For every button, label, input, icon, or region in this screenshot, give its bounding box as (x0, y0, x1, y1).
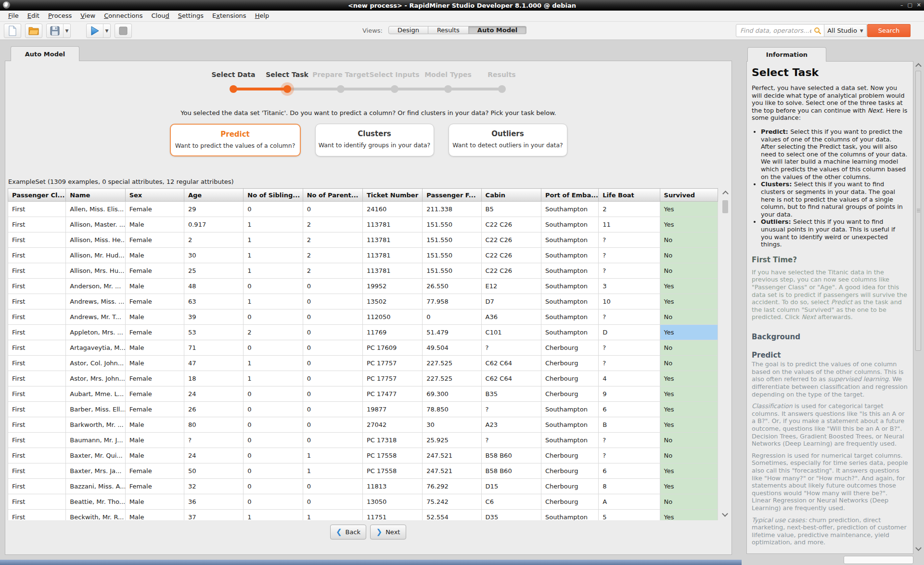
table-cell[interactable]: 3 (599, 279, 660, 294)
table-cell[interactable]: Southampton (541, 294, 598, 309)
table-cell[interactable]: PC 17558 (362, 463, 422, 479)
table-cell[interactable]: Allen, Miss. Elis... (66, 202, 125, 217)
table-cell[interactable]: A36 (481, 309, 541, 325)
table-cell[interactable]: 11769 (362, 325, 422, 340)
table-cell[interactable]: Allison, Miss. He... (66, 232, 125, 248)
scroll-up-icon[interactable] (722, 191, 729, 197)
table-cell[interactable]: 1 (303, 448, 362, 463)
table-cell[interactable]: 26 (184, 402, 243, 417)
table-cell[interactable]: 48 (184, 279, 243, 294)
table-cell[interactable]: A23 (481, 417, 541, 433)
menu-connections[interactable]: Connections (100, 11, 147, 21)
table-cell[interactable]: Female (125, 371, 184, 386)
column-header[interactable]: Life Boat (599, 189, 660, 202)
table-cell[interactable]: 5 (599, 510, 660, 521)
info-scrollbar-thumb[interactable] (915, 71, 921, 351)
table-cell[interactable]: ? (599, 263, 660, 279)
table-cell[interactable]: First (8, 279, 66, 294)
table-cell[interactable]: 24 (184, 448, 243, 463)
table-cell[interactable]: Appleton, Mrs. ... (66, 325, 125, 340)
table-cell[interactable]: 0 (303, 494, 362, 510)
table-cell[interactable]: E12 (481, 279, 541, 294)
table-cell[interactable]: Yes (660, 417, 718, 433)
table-cell[interactable]: Baxter, Mrs. Ja... (66, 463, 125, 479)
table-cell[interactable]: Yes (660, 371, 718, 386)
menu-cloud[interactable]: Cloud (147, 11, 174, 21)
table-cell[interactable]: 0 (244, 433, 303, 448)
table-cell[interactable]: 2 (303, 232, 362, 248)
table-cell[interactable]: B58 B60 (481, 463, 541, 479)
table-cell[interactable]: Southampton (541, 417, 598, 433)
table-cell[interactable]: Southampton (541, 202, 598, 217)
column-header[interactable]: Survived (660, 189, 718, 202)
table-cell[interactable]: No (660, 448, 718, 463)
table-cell[interactable]: 1 (244, 294, 303, 309)
table-cell[interactable]: Astor, Mrs. John... (66, 371, 125, 386)
table-cell[interactable]: 1 (303, 463, 362, 479)
view-button-results[interactable]: Results (428, 26, 469, 34)
table-cell[interactable]: First (8, 448, 66, 463)
table-cell[interactable]: 0 (303, 202, 362, 217)
table-cell[interactable]: Baxter, Mr. Qui... (66, 448, 125, 463)
table-cell[interactable]: 30 (184, 248, 243, 263)
table-cell[interactable]: First (8, 202, 66, 217)
table-cell[interactable]: First (8, 217, 66, 232)
table-cell[interactable]: C101 (481, 325, 541, 340)
table-cell[interactable]: Female (125, 202, 184, 217)
table-cell[interactable]: 151.550 (423, 217, 481, 232)
table-cell[interactable]: 13502 (362, 294, 422, 309)
table-cell[interactable]: 52.554 (423, 510, 481, 521)
table-cell[interactable]: Female (125, 325, 184, 340)
table-cell[interactable]: 2 (244, 325, 303, 340)
table-cell[interactable]: Yes (660, 402, 718, 417)
table-cell[interactable]: Aubart, Mme. L... (66, 386, 125, 402)
menu-file[interactable]: File (4, 11, 23, 21)
column-header[interactable]: Ticket Number (362, 189, 422, 202)
table-cell[interactable]: PC 17757 (362, 356, 422, 371)
table-cell[interactable]: 25.925 (423, 433, 481, 448)
table-cell[interactable]: Southampton (541, 325, 598, 340)
table-cell[interactable]: 24 (184, 386, 243, 402)
table-cell[interactable]: First (8, 433, 66, 448)
table-cell[interactable]: Male (125, 494, 184, 510)
table-cell[interactable]: Cherbourg (541, 479, 598, 494)
table-cell[interactable]: Female (125, 294, 184, 309)
table-cell[interactable]: No (660, 232, 718, 248)
table-cell[interactable]: 1 (244, 232, 303, 248)
table-cell[interactable]: ? (599, 356, 660, 371)
table-cell[interactable]: 151.550 (423, 263, 481, 279)
table-cell[interactable]: 9 (599, 386, 660, 402)
next-button[interactable]: ❯ Next (370, 525, 406, 539)
table-cell[interactable]: ? (184, 433, 243, 448)
table-cell[interactable]: Cherbourg (541, 494, 598, 510)
scroll-down-icon[interactable] (915, 545, 922, 551)
table-cell[interactable]: Female (125, 463, 184, 479)
table-cell[interactable]: Barkworth, Mr. ... (66, 417, 125, 433)
table-cell[interactable]: First (8, 402, 66, 417)
maximize-icon[interactable]: ▢ (907, 0, 912, 11)
minimize-icon[interactable]: – (900, 0, 903, 11)
table-cell[interactable]: 112050 (362, 309, 422, 325)
table-cell[interactable]: C22 C26 (481, 217, 541, 232)
search-input[interactable] (736, 24, 824, 37)
table-cell[interactable]: 37 (184, 510, 243, 521)
table-cell[interactable]: 36 (184, 494, 243, 510)
menu-settings[interactable]: Settings (174, 11, 208, 21)
table-cell[interactable]: Male (125, 309, 184, 325)
table-cell[interactable]: 0 (303, 309, 362, 325)
table-cell[interactable]: 1 (244, 263, 303, 279)
table-cell[interactable]: 2 (184, 232, 243, 248)
table-cell[interactable]: ? (481, 433, 541, 448)
step-dot-select-inputs[interactable] (391, 85, 398, 93)
table-cell[interactable]: 1 (244, 371, 303, 386)
table-cell[interactable]: ? (599, 248, 660, 263)
table-cell[interactable]: 0 (244, 202, 303, 217)
table-cell[interactable]: First (8, 510, 66, 521)
table-cell[interactable]: 227.525 (423, 356, 481, 371)
table-cell[interactable]: 113781 (362, 232, 422, 248)
table-cell[interactable]: 2 (303, 248, 362, 263)
table-cell[interactable]: First (8, 294, 66, 309)
table-cell[interactable]: B35 (481, 386, 541, 402)
table-cell[interactable]: Beattie, Mr. Tho... (66, 494, 125, 510)
table-cell[interactable]: C22 C26 (481, 232, 541, 248)
